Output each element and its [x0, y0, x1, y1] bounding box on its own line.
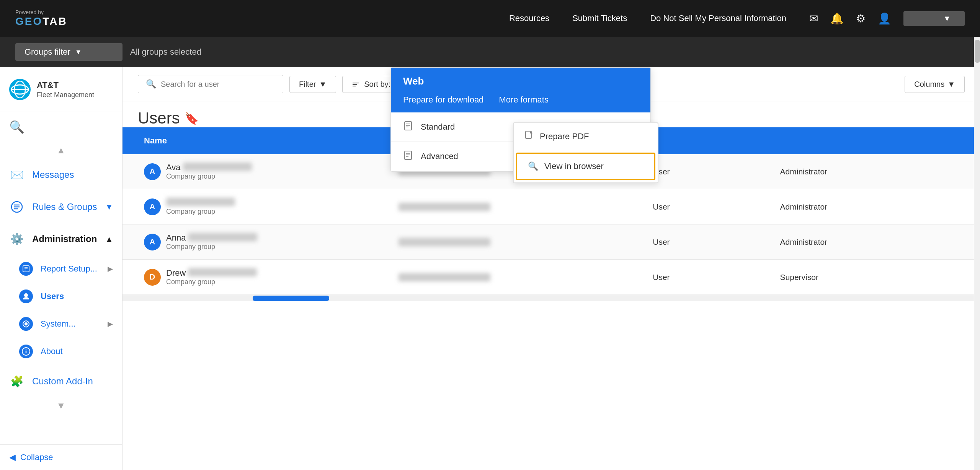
user-icon[interactable]: 👤	[878, 12, 891, 25]
pdf-dropdown: Prepare PDF 🔍 View in browser	[513, 122, 658, 183]
avatar: A	[144, 163, 161, 180]
svg-point-13	[24, 322, 28, 325]
page-title: Users 🔖	[138, 109, 199, 127]
user-name: Ava	[166, 163, 252, 172]
cell-type-4: User	[647, 260, 774, 294]
email-blurred	[399, 238, 490, 246]
name-blurred	[183, 163, 252, 171]
cell-role-3: Administrator	[774, 224, 965, 259]
svg-rect-27	[405, 151, 412, 159]
svg-point-12	[24, 293, 28, 297]
sidebar-item-about[interactable]: About	[0, 338, 122, 365]
scroll-up-button[interactable]: ▲	[0, 142, 122, 159]
company-name: AT&T	[37, 80, 94, 91]
chevron-up-icon: ▲	[105, 235, 113, 244]
bell-icon[interactable]: 🔔	[830, 12, 844, 25]
sidebar-logo-section: AT&T Fleet Management	[0, 67, 122, 112]
sidebar-item-messages[interactable]: ✉️ Messages	[0, 159, 122, 191]
cell-name-2: A Company group	[138, 189, 392, 224]
user-dropdown[interactable]: ▼	[903, 11, 965, 26]
geotab-logo: GEOTAB	[15, 15, 67, 28]
scroll-down-button[interactable]: ▼	[0, 397, 122, 414]
sidebar-item-users[interactable]: Users	[0, 283, 122, 310]
gear-icon[interactable]: ⚙	[856, 12, 866, 25]
doc-icon	[403, 150, 413, 163]
cell-name-4: D Drew Company group	[138, 260, 392, 294]
chevron-down-icon: ▼	[947, 80, 955, 89]
company-subtitle: Fleet Management	[37, 91, 94, 99]
sort-icon	[352, 80, 359, 89]
do-not-sell-link[interactable]: Do Not Sell My Personal Information	[650, 13, 786, 23]
cell-email-3	[392, 224, 647, 259]
logo-area: Powered by GEOTAB	[15, 9, 67, 28]
sidebar-sub-label: About	[41, 346, 63, 356]
sort-prefix: Sort by:	[364, 80, 390, 89]
info-icon	[19, 345, 33, 358]
sidebar-item-label: Messages	[32, 169, 74, 180]
att-logo	[9, 79, 31, 100]
table-row[interactable]: A Company group User Administrator	[122, 189, 980, 224]
resources-link[interactable]: Resources	[509, 13, 549, 23]
dropdown-item-view-in-browser[interactable]: 🔍 View in browser	[516, 153, 655, 180]
dropdown-item-prepare-pdf[interactable]: Prepare PDF	[514, 123, 658, 150]
sidebar-item-administration[interactable]: ⚙️ Administration ▲	[0, 223, 122, 255]
submit-tickets-link[interactable]: Submit Tickets	[572, 13, 627, 23]
sidebar-sub-label: System...	[41, 319, 76, 329]
cell-role-2: Administrator	[774, 189, 965, 224]
sidebar-item-custom-addon[interactable]: 🧩 Custom Add-In	[0, 365, 122, 397]
cell-type-2: User	[647, 189, 774, 224]
dropdown-item-label: View in browser	[544, 161, 604, 171]
all-groups-text: All groups selected	[130, 47, 201, 57]
svg-point-19	[26, 350, 27, 351]
chevron-down-icon: ▼	[75, 48, 82, 56]
col-header-name: Name	[138, 127, 392, 154]
cell-name-1: A Ava Company group	[138, 154, 392, 189]
search-icon: 🔍	[528, 161, 538, 171]
message-icon: ✉️	[9, 167, 24, 182]
avatar: A	[144, 198, 161, 215]
sidebar-item-system[interactable]: System... ▶	[0, 310, 122, 338]
search-icon[interactable]: 🔍	[9, 120, 24, 134]
more-formats-link[interactable]: More formats	[499, 95, 564, 105]
search-input[interactable]	[161, 80, 275, 89]
table-row[interactable]: A Anna Company group User Administrator	[122, 224, 980, 260]
user-subtext: Company group	[166, 278, 257, 286]
top-nav-links: Resources Submit Tickets Do Not Sell My …	[509, 13, 786, 23]
dropdown-item-label: Advanced	[421, 151, 458, 161]
columns-button[interactable]: Columns ▼	[905, 76, 965, 93]
users-icon	[19, 289, 33, 303]
user-name	[166, 198, 235, 208]
user-subtext: Company group	[166, 243, 257, 251]
prepare-download-link[interactable]: Prepare for download	[403, 95, 499, 105]
right-scrollbar[interactable]	[974, 37, 980, 470]
bottom-scrollbar[interactable]	[122, 295, 980, 301]
dropdown-subheader: Prepare for download More formats	[391, 95, 650, 112]
puzzle-icon: 🧩	[9, 374, 24, 389]
collapse-icon: ◀	[9, 452, 16, 462]
mail-icon[interactable]: ✉	[809, 12, 818, 25]
sidebar-item-label: Custom Add-In	[32, 376, 93, 387]
dropdown-item-label: Prepare PDF	[540, 132, 589, 141]
user-name-group: Company group	[166, 198, 235, 216]
collapse-button[interactable]: ◀ Collapse	[0, 444, 122, 470]
sidebar-sub-label: Report Setup...	[41, 264, 97, 274]
search-box[interactable]: 🔍	[138, 75, 283, 93]
sidebar-item-report-setup[interactable]: Report Setup... ▶	[0, 255, 122, 283]
cell-name-3: A Anna Company group	[138, 224, 392, 259]
user-name: Drew	[166, 268, 257, 278]
bookmark-icon[interactable]: 🔖	[185, 112, 199, 125]
search-icon: 🔍	[146, 79, 156, 89]
top-nav-icons: ✉ 🔔 ⚙ 👤 ▼	[809, 11, 965, 26]
sidebar-search-area[interactable]: 🔍	[0, 112, 122, 142]
table-row[interactable]: D Drew Company group User Supervisor	[122, 260, 980, 295]
sidebar-item-label: Administration	[32, 234, 97, 244]
columns-label: Columns	[914, 80, 944, 89]
admin-gear-icon: ⚙️	[9, 231, 24, 247]
groups-filter-button[interactable]: Groups filter ▼	[15, 43, 122, 61]
chevron-down-icon: ▼	[57, 400, 66, 411]
filter-button[interactable]: Filter ▼	[289, 76, 336, 93]
filter-label: Filter	[299, 80, 316, 89]
sidebar-item-rules-groups[interactable]: Rules & Groups ▼	[0, 191, 122, 223]
arrow-right-icon: ▶	[108, 265, 113, 273]
sidebar-item-label: Rules & Groups	[32, 202, 97, 212]
